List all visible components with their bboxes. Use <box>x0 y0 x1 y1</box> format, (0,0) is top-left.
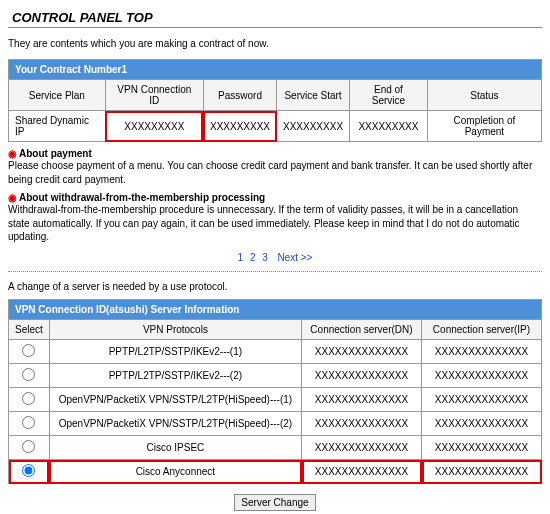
bullet-icon: ◉ <box>8 148 17 159</box>
table-row: Cisco IPSECXXXXXXXXXXXXXXXXXXXXXXXXXXXX <box>9 436 542 460</box>
server-change-button[interactable]: Server Change <box>234 494 315 511</box>
select-radio[interactable] <box>22 344 35 357</box>
about-withdraw-title: ◉About withdrawal-from-the-membership pr… <box>8 192 542 203</box>
cell-ip: XXXXXXXXXXXXXX <box>422 412 542 436</box>
contract-row: Shared Dynamic IP XXXXXXXXX XXXXXXXXX XX… <box>9 111 542 142</box>
about-withdraw-body: Withdrawal-from-the-membership procedure… <box>8 203 542 244</box>
cell-password: XXXXXXXXX <box>203 111 276 142</box>
cell-select <box>9 388 50 412</box>
cell-ip: XXXXXXXXXXXXXX <box>422 388 542 412</box>
cell-start: XXXXXXXXX <box>277 111 350 142</box>
cell-protocol: Cisco IPSEC <box>49 436 301 460</box>
page-title: CONTROL PANEL TOP <box>8 8 542 28</box>
pager-next[interactable]: Next >> <box>277 252 312 263</box>
cell-dn: XXXXXXXXXXXXXX <box>302 364 422 388</box>
cell-ip: XXXXXXXXXXXXXX <box>422 436 542 460</box>
cell-dn: XXXXXXXXXXXXXX <box>302 412 422 436</box>
cell-select <box>9 340 50 364</box>
select-radio[interactable] <box>22 440 35 453</box>
cell-protocol: OpenVPN/PacketiX VPN/SSTP/L2TP(HiSpeed)-… <box>49 412 301 436</box>
cell-dn: XXXXXXXXXXXXXX <box>302 388 422 412</box>
bullet-icon: ◉ <box>8 192 17 203</box>
cell-vpn-id: XXXXXXXXX <box>105 111 203 142</box>
col-dn: Connection server(DN) <box>302 320 422 340</box>
divider <box>8 271 542 272</box>
col-start: Service Start <box>277 80 350 111</box>
table-row: PPTP/L2TP/SSTP/IKEv2---(1)XXXXXXXXXXXXXX… <box>9 340 542 364</box>
pager-3[interactable]: 3 <box>262 252 268 263</box>
cell-protocol: Cisco Anyconnect <box>49 460 301 484</box>
col-password: Password <box>203 80 276 111</box>
col-status: Status <box>427 80 541 111</box>
cell-select <box>9 364 50 388</box>
change-note: A change of a server is needed by a use … <box>8 280 542 294</box>
table-row: OpenVPN/PacketiX VPN/SSTP/L2TP(HiSpeed)-… <box>9 388 542 412</box>
cell-ip: XXXXXXXXXXXXXX <box>422 340 542 364</box>
cell-ip: XXXXXXXXXXXXXX <box>422 460 542 484</box>
pager-1[interactable]: 1 <box>238 252 244 263</box>
about-payment-body: Please choose payment of a menu. You can… <box>8 159 542 186</box>
contract-section-title: Your Contract Number1 <box>9 60 542 80</box>
cell-dn: XXXXXXXXXXXXXX <box>302 436 422 460</box>
server-table: VPN Connection ID(atsushi) Server Inform… <box>8 299 542 484</box>
cell-select <box>9 412 50 436</box>
col-vpn-id: VPN Connection ID <box>105 80 203 111</box>
select-radio[interactable] <box>22 416 35 429</box>
cell-plan: Shared Dynamic IP <box>9 111 106 142</box>
select-radio[interactable] <box>22 392 35 405</box>
table-row: PPTP/L2TP/SSTP/IKEv2---(2)XXXXXXXXXXXXXX… <box>9 364 542 388</box>
cell-select <box>9 460 50 484</box>
contract-table: Your Contract Number1 Service Plan VPN C… <box>8 59 542 142</box>
select-radio[interactable] <box>22 368 35 381</box>
col-plan: Service Plan <box>9 80 106 111</box>
pager: 1 2 3 Next >> <box>8 252 542 263</box>
cell-status: Completion of Payment <box>427 111 541 142</box>
table-row: OpenVPN/PacketiX VPN/SSTP/L2TP(HiSpeed)-… <box>9 412 542 436</box>
col-protocols: VPN Protocols <box>49 320 301 340</box>
pager-2[interactable]: 2 <box>250 252 256 263</box>
select-radio[interactable] <box>22 464 35 477</box>
col-end: End of Service <box>350 80 428 111</box>
cell-protocol: PPTP/L2TP/SSTP/IKEv2---(1) <box>49 340 301 364</box>
table-row: Cisco AnyconnectXXXXXXXXXXXXXXXXXXXXXXXX… <box>9 460 542 484</box>
cell-dn: XXXXXXXXXXXXXX <box>302 340 422 364</box>
cell-dn: XXXXXXXXXXXXXX <box>302 460 422 484</box>
cell-ip: XXXXXXXXXXXXXX <box>422 364 542 388</box>
server-section-title: VPN Connection ID(atsushi) Server Inform… <box>9 300 542 320</box>
col-select: Select <box>9 320 50 340</box>
cell-protocol: OpenVPN/PacketiX VPN/SSTP/L2TP(HiSpeed)-… <box>49 388 301 412</box>
intro-text: They are contents which you are making a… <box>8 38 542 49</box>
cell-select <box>9 436 50 460</box>
col-ip: Connection server(IP) <box>422 320 542 340</box>
cell-protocol: PPTP/L2TP/SSTP/IKEv2---(2) <box>49 364 301 388</box>
about-payment-title: ◉About payment <box>8 148 542 159</box>
cell-end: XXXXXXXXX <box>350 111 428 142</box>
